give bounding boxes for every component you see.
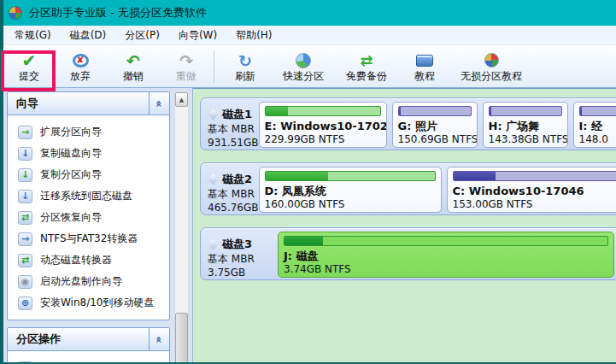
partition-ops-header: 分区操作 « [8,328,169,351]
dynamic-disk-converter-icon: ⇄ [18,254,32,267]
toolbar: ✔ 提交 ✘ 放弃 ↶ 撤销 ↷ 重做 ↻ 刷新 快速分区 ⇄ 免费备份 [0,45,616,88]
partition-size: 143.38GB NTFS [489,133,562,146]
commit-label: 提交 [19,70,39,82]
redo-icon: ↷ [179,51,193,70]
partition-recovery-wizard-icon: ⇄ [18,211,32,225]
disk-size: 3.75GB [208,266,278,279]
menu-partition[interactable]: 分区(P) [115,26,169,45]
sidebar-item-ntfs-fat32-converter[interactable]: → NTFS与FAT32转换器 [8,228,169,250]
refresh-label: 刷新 [235,70,255,82]
disk-row-2[interactable]: 磁盘2 基本 MBR 465.76GB D: 凤凰系统 160.00GB NTF… [200,162,616,215]
partition-ops-title: 分区操作 [8,332,149,347]
menu-general[interactable]: 常规(G) [5,26,61,45]
partition-size: 150.69GB NTFS [398,133,472,146]
sidebar-item-label: 启动光盘制作向导 [40,274,122,289]
sidebar-item-label: 扩展分区向导 [40,125,102,139]
partition-size: 153.00GB NTFS [453,198,616,211]
partition-g[interactable]: G: 照片 150.69GB NTFS [392,102,478,148]
disk-name: 磁盘2 [222,172,252,187]
disk-size: 931.51GB [208,136,259,150]
sidebar-item-copy-disk-wizard[interactable]: ↓ 复制磁盘向导 [8,143,169,164]
partition-size: 148.0 [579,133,616,146]
partition-d[interactable]: D: 凤凰系统 160.00GB NTFS [259,167,442,213]
discard-button[interactable]: ✘ 放弃 [58,50,103,83]
sidebar-scrollbar[interactable]: ▲ [174,91,189,364]
partition-size: 229.99GB NTFS [265,133,381,146]
scrollbar-thumb[interactable] [175,313,188,364]
wizards-panel-header: 向导 « [8,92,169,115]
disk-size: 465.76GB [208,201,259,214]
undo-icon: ↶ [126,51,140,70]
commit-check-icon: ✔ [22,52,37,69]
copy-partition-wizard-icon: ↓ [18,168,32,182]
sidebar-item-bootable-cd-wizard[interactable]: ◉ 启动光盘制作向导 [8,271,169,292]
migrate-os-to-ssd-icon: ↓ [18,190,32,203]
refresh-button[interactable]: ↻ 刷新 [223,50,267,83]
discard-icon: ✘ [73,54,89,68]
sidebar-item-label: 动态磁盘转换器 [40,253,112,267]
sidebar-item-partition-recovery-wizard[interactable]: ⇄ 分区恢复向导 [8,207,169,228]
partition-label: C: Windows10-17046 [453,185,616,198]
capacity-bar [265,171,436,181]
quick-partition-button[interactable]: 快速分区 [278,50,329,83]
quick-partition-pie-icon [296,53,311,68]
menu-disk[interactable]: 磁盘(D) [61,26,116,45]
sidebar-item-label: 迁移系统到固态磁盘 [40,189,132,203]
capacity-bar [284,236,608,246]
disk1-info[interactable]: 磁盘1 基本 MBR 931.51GB [208,102,259,146]
sidebar-item-install-win-to-usb[interactable]: ⊕ 安装Win8/10到移动硬盘 [8,292,169,314]
bootable-cd-wizard-icon: ◉ [18,275,32,289]
app-window: 分区助手专业版 - 无损分区免费软件 常规(G) 磁盘(D) 分区(P) 向导(… [0,0,616,364]
menu-help[interactable]: 帮助(H) [226,26,281,45]
partition-e[interactable]: E: Windows10-17025 229.99GB NTFS [259,102,387,148]
partition-label: D: 凤凰系统 [265,185,436,198]
partition-size: 3.74GB NTFS [284,263,608,276]
commit-button[interactable]: ✔ 提交 [7,50,51,83]
partition-size: 160.00GB NTFS [265,198,436,211]
disk-row-1[interactable]: 磁盘1 基本 MBR 931.51GB E: Windows10-17025 2… [200,97,616,150]
wizards-collapse-button[interactable]: « [149,92,169,115]
menu-wizard[interactable]: 向导(W) [169,26,226,45]
tutorial-button[interactable]: 教程 [402,50,447,83]
ntfs-fat32-converter-icon: → [18,232,32,246]
toolbar-separator [214,50,214,83]
sidebar-item-extend-partition-wizard[interactable]: → 扩展分区向导 [8,121,169,143]
sidebar-item-dynamic-disk-converter[interactable]: ⇄ 动态磁盘转换器 [8,250,169,271]
disk-name: 磁盘3 [222,237,252,252]
disk2-info[interactable]: 磁盘2 基本 MBR 465.76GB [208,167,259,211]
lossless-tutorial-button[interactable]: 无损分区教程 [455,50,527,83]
disk3-info[interactable]: 磁盘3 基本 MBR 3.75GB [208,232,278,276]
undo-button[interactable]: ↶ 撤销 [111,50,155,83]
scrollbar-up-button[interactable]: ▲ [175,92,188,107]
quick-partition-label: 快速分区 [283,70,324,82]
disk-type: 基本 MBR [208,122,259,136]
sidebar-item-label: 分区恢复向导 [40,210,102,225]
extend-partition-wizard-icon: → [18,126,32,139]
disk-icon [208,174,219,185]
wizards-list: → 扩展分区向导 ↓ 复制磁盘向导 ↓ 复制分区向导 ↓ 迁移系统到固态磁盘 ⇄ [8,115,169,314]
partition-j[interactable]: J: 磁盘 3.74GB NTFS [278,232,614,278]
window-title: 分区助手专业版 - 无损分区免费软件 [29,5,207,21]
sidebar-item-label: 复制磁盘向导 [40,146,102,161]
chevron-up-icon: « [153,336,166,343]
partition-label: G: 照片 [398,120,472,133]
app-logo-icon [9,6,22,20]
capacity-bar [453,171,616,181]
partition-ops-collapse-button[interactable]: « [149,328,169,351]
sidebar-item-migrate-os-to-ssd[interactable]: ↓ 迁移系统到固态磁盘 [8,185,169,207]
lossless-tutorial-pie-icon [484,53,499,68]
capacity-bar [398,106,472,116]
client-area: 向导 « → 扩展分区向导 ↓ 复制磁盘向导 ↓ 复制分区向导 ↓ 迁 [0,88,616,364]
capacity-bar [489,106,562,116]
partition-i[interactable]: I: 经 148.0 [573,102,616,148]
sidebar-item-copy-partition-wizard[interactable]: ↓ 复制分区向导 [8,164,169,185]
free-backup-button[interactable]: ⇄ 免费备份 [341,50,392,83]
partition-c[interactable]: C: Windows10-17046 153.00GB NTFS [447,167,616,213]
disk-row-3[interactable]: 磁盘3 基本 MBR 3.75GB J: 磁盘 3.74GB NTFS [200,227,616,280]
partition-label: H: 广场舞 [489,120,562,133]
disk-type: 基本 MBR [208,252,278,266]
partition-label: J: 磁盘 [284,250,608,263]
partition-ops-panel: 分区操作 « ⇔ 调整/移动分区 [7,327,170,364]
partition-h[interactable]: H: 广场舞 143.38GB NTFS [483,102,568,148]
refresh-icon: ↻ [238,51,252,70]
